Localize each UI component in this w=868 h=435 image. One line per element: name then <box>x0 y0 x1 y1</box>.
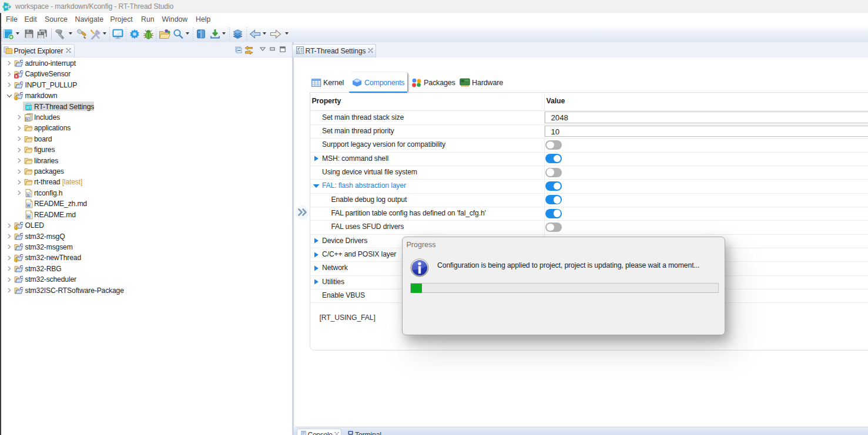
svg-text:RT: RT <box>5 5 9 9</box>
